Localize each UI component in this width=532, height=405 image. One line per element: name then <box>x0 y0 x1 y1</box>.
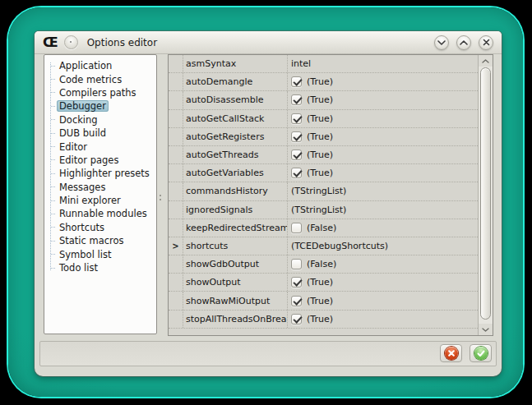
shade-button[interactable] <box>434 35 449 50</box>
tree-item-symbol-list[interactable]: Symbol list <box>44 247 156 260</box>
property-row-shortcuts[interactable]: > shortcuts (TCEDebugShortcuts) <box>169 237 478 255</box>
property-name[interactable]: autoGetThreads <box>183 146 288 163</box>
value-checkbox[interactable] <box>291 314 302 324</box>
tree-item-dub-build[interactable]: DUB build <box>44 127 156 140</box>
tree-guide-line <box>51 66 55 67</box>
ok-button[interactable] <box>470 344 492 362</box>
value-checkbox[interactable] <box>291 113 302 124</box>
property-name[interactable]: autoGetVariables <box>183 164 288 182</box>
tree-item-mini-explorer[interactable]: Mini explorer <box>44 194 156 207</box>
tree-item-highlighter-presets[interactable]: Highlighter presets <box>44 167 156 180</box>
tree-item-editor-pages[interactable]: Editor pages <box>44 154 156 167</box>
tree-item-label: Debugger <box>57 100 109 112</box>
scrollbar-track[interactable] <box>479 67 493 324</box>
property-name[interactable]: stopAllThreadsOnBreak <box>183 311 288 328</box>
value-checkbox[interactable] <box>291 150 302 160</box>
maximize-button[interactable] <box>456 35 471 50</box>
property-name[interactable]: autoDemangle <box>183 73 288 90</box>
row-selection-marker <box>169 274 183 291</box>
property-value-cell[interactable]: (False) <box>288 219 478 237</box>
property-name[interactable]: commandsHistory <box>183 182 288 200</box>
value-checkbox[interactable] <box>291 94 302 105</box>
property-value-cell[interactable]: (TCEDebugShortcuts) <box>288 237 478 255</box>
titlebar[interactable]: Œ Options editor <box>35 31 502 54</box>
property-value-cell[interactable]: (True) <box>288 164 478 182</box>
value-checkbox[interactable] <box>291 131 302 142</box>
property-row-autoGetRegisters[interactable]: autoGetRegisters (True) <box>169 128 478 146</box>
property-row-autoGetCallStack[interactable]: autoGetCallStack (True) <box>169 110 478 128</box>
tree-item-todo-list[interactable]: Todo list <box>44 261 156 274</box>
value-checkbox[interactable] <box>291 296 302 306</box>
property-name[interactable]: showGdbOutput <box>183 255 288 273</box>
splitter-handle[interactable] <box>160 195 162 203</box>
tree-item-application[interactable]: Application <box>44 59 156 72</box>
vertical-scrollbar[interactable] <box>478 55 493 335</box>
property-row-asmSyntax[interactable]: asmSyntax intel <box>169 55 478 73</box>
value-checkbox[interactable] <box>291 168 302 178</box>
tree-item-label: Runnable modules <box>57 208 150 219</box>
tree-item-static-macros[interactable]: Static macros <box>44 234 156 247</box>
options-tree[interactable]: Application Code metrics Compilers paths… <box>44 54 157 334</box>
property-row-autoGetVariables[interactable]: autoGetVariables (True) <box>169 164 478 182</box>
property-row-showRawMiOutput[interactable]: showRawMiOutput (True) <box>169 292 478 310</box>
property-value-cell[interactable]: intel <box>288 55 478 72</box>
value-checkbox[interactable] <box>291 277 302 288</box>
property-value-cell[interactable]: (True) <box>288 146 478 163</box>
property-row-showOutput[interactable]: showOutput (True) <box>169 274 478 292</box>
property-value-cell[interactable]: (TStringList) <box>288 201 478 219</box>
tree-item-debugger[interactable]: Debugger <box>44 99 156 113</box>
property-row-autoGetThreads[interactable]: autoGetThreads (True) <box>169 146 478 164</box>
footer-buttons <box>440 344 492 362</box>
scroll-up-button[interactable] <box>479 55 493 67</box>
property-name[interactable]: ignoredSignals <box>183 201 288 219</box>
scroll-down-button[interactable] <box>479 324 493 335</box>
property-row-commandsHistory[interactable]: commandsHistory (TStringList) <box>169 182 478 200</box>
tree-item-editor[interactable]: Editor <box>44 140 156 153</box>
scrollbar-thumb[interactable] <box>480 67 491 320</box>
property-name[interactable]: shortcuts <box>183 237 288 255</box>
tree-guide-line <box>51 186 55 187</box>
property-name[interactable]: asmSyntax <box>183 55 288 72</box>
property-name[interactable]: showRawMiOutput <box>183 292 288 309</box>
property-row-ignoredSignals[interactable]: ignoredSignals (TStringList) <box>169 201 478 219</box>
property-row-keepRedirectedStreams[interactable]: keepRedirectedStreams (False) <box>169 219 478 237</box>
property-name[interactable]: keepRedirectedStreams <box>183 219 288 237</box>
tree-item-shortcuts[interactable]: Shortcuts <box>44 221 156 234</box>
property-value-cell[interactable]: (TStringList) <box>288 182 478 200</box>
property-name[interactable]: autoGetCallStack <box>183 110 288 127</box>
tree-guide-line <box>51 119 55 120</box>
cancel-button[interactable] <box>440 344 462 362</box>
property-value-cell[interactable]: (True) <box>288 91 478 108</box>
property-name[interactable]: showOutput <box>183 274 288 291</box>
property-value-cell[interactable]: (True) <box>288 274 478 291</box>
property-value-cell[interactable]: (True) <box>288 128 478 145</box>
tree-item-code-metrics[interactable]: Code metrics <box>44 72 156 85</box>
tree-item-runnable-modules[interactable]: Runnable modules <box>44 207 156 220</box>
property-name[interactable]: autoDisassemble <box>183 91 288 108</box>
property-value: (True) <box>307 314 333 324</box>
close-button[interactable] <box>479 35 493 50</box>
property-value-cell[interactable]: (True) <box>288 73 478 90</box>
property-value-cell[interactable]: (True) <box>288 311 478 328</box>
value-checkbox[interactable] <box>291 223 302 233</box>
property-row-autoDisassemble[interactable]: autoDisassemble (True) <box>169 91 478 109</box>
property-value: (TCEDebugShortcuts) <box>291 241 388 251</box>
tree-item-messages[interactable]: Messages <box>44 181 156 194</box>
tree-item-compilers-paths[interactable]: Compilers paths <box>44 86 156 99</box>
value-checkbox[interactable] <box>291 259 302 269</box>
property-value: (False) <box>307 223 336 233</box>
window-menu-button[interactable] <box>64 35 78 49</box>
property-value: (True) <box>307 168 333 178</box>
property-value-cell[interactable]: (False) <box>288 255 478 273</box>
value-checkbox[interactable] <box>291 76 302 87</box>
tree-guide-line <box>51 106 55 107</box>
property-row-showGdbOutput[interactable]: showGdbOutput (False) <box>169 255 478 274</box>
tree-item-label: Mini explorer <box>57 195 123 206</box>
property-row-stopAllThreadsOnBreak[interactable]: stopAllThreadsOnBreak (True) <box>169 311 478 329</box>
property-value: (True) <box>307 131 333 142</box>
tree-item-docking[interactable]: Docking <box>44 113 156 127</box>
property-row-autoDemangle[interactable]: autoDemangle (True) <box>169 73 478 91</box>
property-value-cell[interactable]: (True) <box>288 110 478 127</box>
property-value-cell[interactable]: (True) <box>288 292 478 309</box>
property-name[interactable]: autoGetRegisters <box>183 128 288 145</box>
